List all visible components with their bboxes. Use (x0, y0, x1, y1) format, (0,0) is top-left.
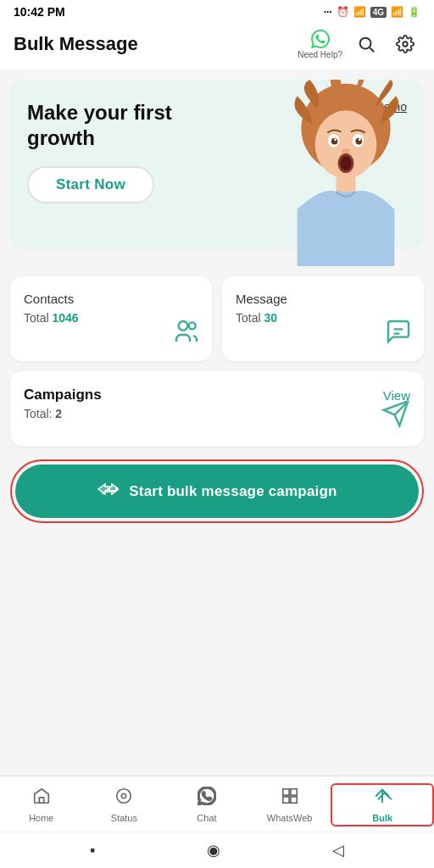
stats-row: Contacts Total 1046 Message Total 30 (10, 276, 424, 361)
message-label: Message (236, 292, 410, 306)
person-illustration (270, 80, 422, 266)
svg-point-9 (334, 138, 337, 141)
nav-bulk-label: Bulk (372, 813, 392, 823)
need-help-label: Need Help? (298, 50, 342, 59)
svg-point-16 (189, 322, 196, 329)
status-bar: 10:42 PM ··· ⏰ 📶 4G 📶 🔋 (0, 0, 434, 22)
svg-rect-17 (39, 798, 44, 803)
hero-banner: Make your first growth Watch Demo Start … (10, 80, 424, 249)
svg-point-0 (360, 38, 371, 49)
home-icon (32, 787, 51, 810)
svg-point-19 (122, 793, 127, 798)
message-value: 30 (264, 311, 277, 325)
campaigns-card: Campaigns View Total: 2 (10, 371, 424, 446)
settings-button[interactable] (390, 29, 420, 59)
android-system-bar: ▪ ◉ ◁ (0, 832, 434, 868)
back-button[interactable]: ◁ (332, 841, 344, 860)
svg-rect-20 (282, 789, 288, 795)
campaign-arrow-icon (97, 480, 119, 503)
start-campaign-button[interactable]: Start bulk message campaign (15, 465, 419, 518)
svg-point-13 (340, 156, 351, 170)
nav-home-label: Home (29, 813, 53, 823)
status-icon (114, 787, 133, 810)
svg-point-2 (403, 42, 408, 47)
whatsapp-icon (311, 30, 330, 48)
status-time: 10:42 PM (14, 5, 65, 19)
main-content: Make your first growth Watch Demo Start … (0, 70, 434, 776)
nav-home[interactable]: Home (0, 783, 83, 826)
hero-title: Make your first growth (27, 100, 197, 151)
nav-whatsweb-label: WhatsWeb (267, 813, 313, 823)
nav-status[interactable]: Status (83, 783, 166, 826)
svg-rect-14 (337, 175, 356, 192)
bottom-nav: Home Status Chat WhatsWeb (0, 776, 434, 832)
message-icon (385, 318, 412, 351)
svg-point-11 (342, 148, 350, 153)
contacts-value: 1046 (52, 311, 78, 325)
search-button[interactable] (351, 29, 381, 59)
campaigns-value: 2 (55, 407, 62, 420)
contacts-icon (173, 318, 200, 351)
svg-point-10 (359, 138, 361, 141)
settings-icon (396, 35, 415, 53)
contacts-card: Contacts Total 1046 (10, 276, 212, 361)
search-icon (357, 35, 376, 53)
nav-whatsweb[interactable]: WhatsWeb (248, 783, 331, 826)
recent-apps-button[interactable]: ▪ (90, 842, 95, 860)
hero-person-image (261, 71, 431, 266)
header-actions: Need Help? (298, 29, 420, 59)
bulk-icon (373, 787, 392, 810)
start-now-button[interactable]: Start Now (27, 166, 154, 203)
nav-chat-label: Chat (197, 813, 216, 823)
status-icons: ··· ⏰ 📶 4G 📶 🔋 (324, 6, 420, 18)
svg-point-18 (117, 789, 131, 804)
home-button[interactable]: ◉ (207, 841, 220, 860)
contacts-label: Contacts (24, 292, 198, 306)
svg-line-1 (370, 47, 374, 52)
svg-rect-21 (290, 789, 296, 795)
campaigns-header: Campaigns View (24, 387, 410, 403)
campaign-megaphone-icon (381, 399, 410, 434)
svg-point-15 (179, 321, 188, 331)
app-header: Bulk Message Need Help? (0, 22, 434, 70)
page-title: Bulk Message (14, 33, 138, 55)
whatsweb-icon (281, 787, 299, 810)
svg-rect-22 (290, 797, 296, 803)
cta-section: Start bulk message campaign (10, 459, 424, 523)
need-help-button[interactable]: Need Help? (298, 30, 342, 59)
nav-chat[interactable]: Chat (165, 783, 248, 826)
campaigns-total: Total: 2 (24, 407, 410, 420)
campaigns-title: Campaigns (24, 387, 102, 403)
svg-rect-23 (282, 797, 288, 803)
nav-bulk[interactable]: Bulk (331, 783, 434, 826)
nav-status-label: Status (111, 813, 137, 823)
cta-label: Start bulk message campaign (129, 483, 337, 500)
chat-icon (198, 787, 216, 810)
message-card: Message Total 30 (222, 276, 424, 361)
